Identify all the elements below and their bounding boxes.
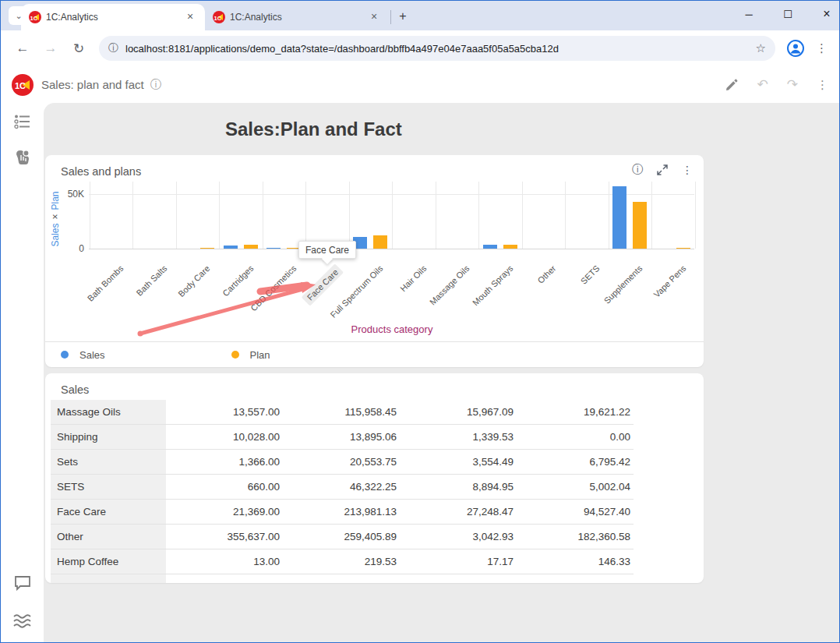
table-row[interactable]: SETS660.0046,322.258,894.955,002.04 (51, 475, 634, 500)
row-value: 259,405.89 (283, 525, 400, 549)
table-row[interactable]: Shipping10,028.0013,895.061,339.530.00 (51, 425, 634, 450)
address-bar[interactable]: ⓘ localhost:8181/applications/demo_data?… (99, 36, 775, 61)
plan-bar-body-care[interactable] (200, 248, 214, 249)
maximize-button[interactable]: ☐ (780, 9, 796, 20)
favicon-1c-icon: 1C (29, 11, 41, 23)
forward-button[interactable]: → (41, 41, 61, 56)
table-row[interactable]: Sets1,366.0020,553.753,554.496,795.42 (51, 450, 634, 475)
dashboard-list-icon[interactable] (14, 114, 31, 129)
row-label: Sets (51, 450, 166, 474)
gridline (392, 182, 393, 249)
tab-close-icon[interactable]: × (183, 10, 197, 24)
browser-menu-icon[interactable]: ⋮ (816, 41, 828, 55)
favicon-1c-icon: 1C (213, 11, 225, 23)
x-axis-label[interactable]: Body Care (176, 263, 211, 299)
row-value: 660.00 (166, 475, 283, 499)
x-axis-label[interactable]: Mouth Sprays (471, 263, 514, 307)
gridline (219, 182, 220, 249)
app-body: Sales:Plan and Fact Sales and plans ⓘ ⋮ … (1, 103, 839, 642)
edit-pencil-icon[interactable] (725, 78, 739, 92)
table-row[interactable]: Broad Spectrum Oils233,888.00189,559.291… (51, 574, 634, 583)
x-axis-label[interactable]: Cartridges (221, 263, 255, 298)
dashboard-info-icon[interactable]: ⓘ (150, 78, 161, 92)
svg-text:1C: 1C (15, 81, 26, 90)
row-value: 5,002.04 (517, 475, 634, 499)
back-button[interactable]: ← (12, 41, 33, 56)
chart-legend: Sales Plan (45, 342, 704, 367)
y-axis-title: Sales×Plan (50, 172, 61, 266)
layers-waves-icon[interactable] (12, 613, 33, 630)
plan-bar-vape-pens[interactable] (676, 248, 690, 249)
table-row[interactable]: Other355,637.00259,405.893,042.93182,360… (51, 525, 634, 549)
tab-search-button[interactable]: ⌄ (9, 6, 29, 25)
x-axis-label[interactable]: Vape Pens (651, 263, 687, 299)
row-value: 1,339.53 (400, 425, 517, 449)
redo-icon[interactable]: ↷ (787, 76, 798, 93)
gridline (90, 182, 90, 249)
x-axis-label[interactable]: Bath Bombs (86, 263, 125, 303)
x-axis-label[interactable]: CBD Cosmetics (249, 263, 298, 313)
legend-item-plan[interactable]: Plan (231, 349, 270, 361)
gridline (176, 182, 177, 249)
plan-bar-mouth-sprays[interactable] (503, 245, 517, 249)
gridline (305, 182, 306, 249)
x-axis-label[interactable]: Other (536, 263, 558, 285)
browser-tab-active[interactable]: 1C 1C:Analytics × (21, 4, 205, 30)
left-sidebar (1, 103, 44, 642)
dashboard-name: Sales: plan and fact (41, 78, 144, 91)
gridline (132, 182, 133, 249)
profile-avatar-icon[interactable] (786, 39, 805, 58)
bookmark-star-icon[interactable]: ☆ (756, 41, 766, 55)
reload-button[interactable]: ↻ (69, 41, 89, 57)
plan-bar-supplements[interactable] (633, 202, 647, 249)
sales-bar-supplements[interactable] (612, 186, 626, 249)
x-axis-label[interactable]: Supplements (602, 263, 644, 306)
tab-close-icon[interactable]: × (367, 10, 381, 24)
site-info-icon[interactable]: ⓘ (108, 41, 118, 55)
row-value: 3,042.93 (400, 525, 517, 549)
browser-window: ⌄ 1C 1C:Analytics × 1C 1C:Analytics × + … (0, 0, 840, 643)
table-row[interactable]: Massage Oils13,557.00115,958.4515,967.09… (51, 400, 634, 425)
x-axis-label[interactable]: Face Care (301, 263, 344, 306)
svg-text:1C: 1C (214, 15, 222, 22)
minimize-button[interactable]: ─ (741, 9, 757, 20)
table-row[interactable]: Face Care21,369.00213,981.1327,248.4794,… (51, 500, 634, 525)
row-value: 15,749.35 (400, 574, 517, 583)
row-value: 213,981.13 (283, 500, 400, 524)
row-value: 94,527.40 (517, 500, 634, 524)
close-button[interactable]: × (819, 7, 835, 21)
x-axis-label[interactable]: SETS (578, 263, 601, 286)
row-value: 6,795.42 (517, 450, 634, 474)
sales-bar-cartridges[interactable] (224, 246, 238, 249)
gridline (695, 182, 696, 249)
row-value: 20,553.75 (283, 450, 400, 474)
gridline (263, 182, 263, 249)
row-value: 189,559.29 (283, 574, 400, 583)
x-axis-label[interactable]: Bath Salts (134, 263, 168, 298)
row-value: 219.53 (283, 549, 400, 574)
row-value: 0.00 (517, 425, 634, 449)
dashboard-menu-icon[interactable]: ⋮ (817, 78, 828, 92)
plan-bar-full-spectrum-oils[interactable] (373, 235, 387, 249)
undo-icon[interactable]: ↶ (757, 76, 768, 93)
new-tab-button[interactable]: + (393, 6, 413, 26)
table-row[interactable]: Hemp Coffee13.00219.5317.17146.33 (51, 549, 634, 574)
chart-tooltip: Face Care (298, 241, 356, 259)
row-value: 182,360.58 (517, 525, 634, 549)
row-label: Shipping (51, 425, 166, 449)
plan-bar-cartridges[interactable] (244, 245, 258, 249)
gridline (436, 182, 436, 249)
legend-item-sales[interactable]: Sales (61, 349, 105, 361)
browser-tab-inactive[interactable]: 1C 1C:Analytics × (205, 4, 389, 30)
x-axis-label[interactable]: Massage Oils (428, 263, 471, 307)
interactive-pointer-icon[interactable] (13, 148, 32, 167)
tab-title: 1C:Analytics (230, 12, 362, 23)
comments-icon[interactable] (14, 575, 31, 591)
sales-bar-mouth-sprays[interactable] (483, 245, 497, 249)
x-axis-label[interactable]: Hair Oils (398, 263, 428, 293)
sales-bar-cbd-cosmetics[interactable] (266, 248, 281, 249)
url-text[interactable]: localhost:8181/applications/demo_data?st… (125, 43, 750, 55)
row-value: 46,322.25 (283, 475, 400, 499)
row-value: 21,369.00 (166, 500, 283, 524)
row-label: Broad Spectrum Oils (51, 574, 166, 583)
